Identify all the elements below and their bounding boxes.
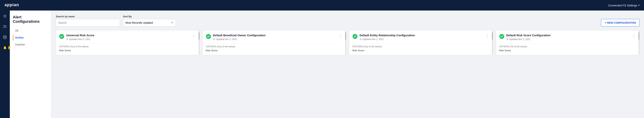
criteria-value: Risk Score [59,49,196,52]
active-status-icon [206,34,211,39]
criteria-value: Risk Score [499,49,636,52]
active-indicator-arrow [8,46,11,50]
card-default-beneficial-owner: Default Beneficial Owner Configuration 🗓… [202,30,346,55]
appian-logo: appian [4,2,25,8]
criteria-value: Risk Score [206,49,343,52]
criteria-label: CRITERIA (Any of the below) [206,45,343,48]
sort-label: Sort By [123,15,176,18]
active-status-icon [352,34,358,39]
card-menu-button[interactable]: ⋮ [338,33,343,38]
sidebar-item-all[interactable]: All [13,27,48,34]
sidebar-item-active[interactable]: Active [13,34,48,41]
sort-select[interactable]: Most Recently UpdatedName A-ZName Z-AOld… [123,19,176,26]
search-group: Search by name [56,15,120,26]
criteria-label: CRITERIA (Any of the below) [352,45,490,48]
toolbar: Search by name Sort By Most Recently Upd… [56,15,640,26]
card-date: Updated Nov 2, 2021 [216,38,237,41]
card-menu-button[interactable]: ⋮ [631,33,636,38]
settings-label: Connected FS Settings [608,4,637,7]
top-nav: appian Connected FS Settings ▾ [0,0,644,10]
database-nav-icon[interactable] [2,34,8,41]
svg-text:appian: appian [4,2,19,7]
sidebar: Alert Configurations All Active Inactive [10,10,51,118]
users-nav-icon[interactable] [2,23,8,30]
svg-point-8 [206,34,211,39]
card-title: Default Beneficial Owner Configuration [213,33,336,37]
card-title: Universal Risk Score [66,33,190,37]
svg-point-10 [499,34,504,39]
icon-rail [0,10,10,118]
sidebar-item-inactive[interactable]: Inactive [13,41,48,48]
calendar-icon: 🗓 [66,38,68,40]
new-configuration-button[interactable]: + NEW CONFIGURATION [601,19,640,26]
main-layout: Alert Configurations All Active Inactive… [0,10,644,118]
card-menu-button[interactable]: ⋮ [485,33,490,38]
card-date: Updated Nov 5, 2021 [69,38,90,41]
card-default-risk-score: Default Risk Score Configuration 🗓 Updat… [496,30,640,55]
card-date: Updated Nov 2, 2021 [362,38,384,41]
calendar-icon: 🗓 [213,38,215,40]
criteria-value: Risk Score [352,49,490,52]
criteria-label: CRITERIA (All of the below) [499,45,636,48]
content-area: Search by name Sort By Most Recently Upd… [51,10,644,118]
svg-point-6 [4,36,6,37]
active-status-icon [499,34,504,39]
criteria-label: CRITERIA (Any of the below) [59,45,196,48]
card-date: Updated Nov 2, 2021 [509,38,530,41]
sidebar-title: Alert Configurations [13,15,48,24]
card-title: Default Entity Relationship Configuratio… [360,33,483,37]
svg-point-5 [6,26,6,26]
svg-point-7 [59,34,64,39]
search-input[interactable] [56,19,120,26]
card-title: Default Risk Score Configuration [506,33,630,37]
calendar-icon: 🗓 [360,38,362,40]
svg-point-4 [4,25,5,26]
bell-nav-icon[interactable] [2,44,8,51]
svg-point-9 [352,34,358,39]
active-status-icon [59,34,64,39]
calendar-icon: 🗓 [506,38,508,40]
chevron-down-icon: ▾ [638,4,640,6]
card-universal-risk-score: Universal Risk Score 🗓 Updated Nov 5, 20… [56,30,200,55]
list-nav-icon[interactable] [2,13,8,19]
search-label: Search by name [56,15,120,18]
card-default-entity-relationship: Default Entity Relationship Configuratio… [349,30,493,55]
settings-menu[interactable]: Connected FS Settings ▾ [608,4,640,7]
sort-group: Sort By Most Recently UpdatedName A-ZNam… [123,15,176,26]
cards-grid: Universal Risk Score 🗓 Updated Nov 5, 20… [56,30,640,55]
card-menu-button[interactable]: ⋮ [192,33,196,38]
